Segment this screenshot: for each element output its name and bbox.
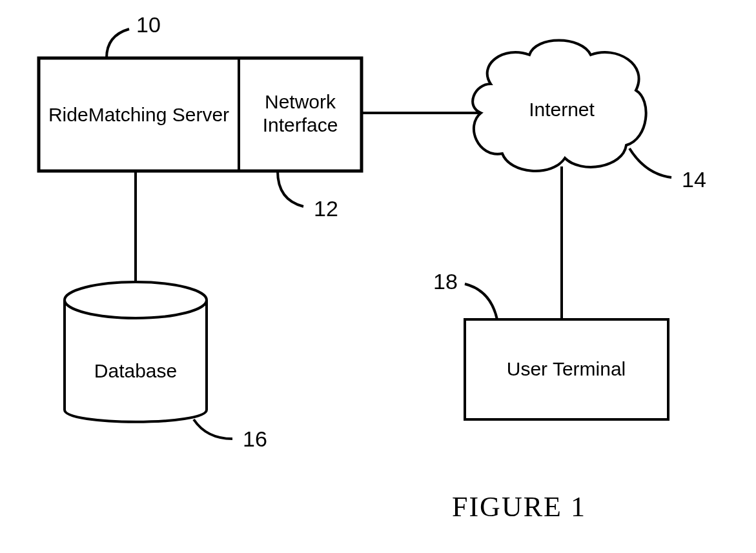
ref-12: 12	[314, 196, 338, 221]
database-label: Database	[94, 360, 177, 381]
terminal-label: User Terminal	[507, 358, 626, 379]
server-label: RideMatching Server	[48, 104, 229, 125]
server-group: RideMatching Server Network Interface	[39, 58, 362, 171]
internet-cloud: Internet	[473, 41, 646, 171]
internet-label: Internet	[529, 99, 595, 120]
ref-18: 18	[433, 269, 458, 294]
leader-10: 10	[107, 12, 161, 58]
netif-label-2: Interface	[263, 114, 338, 136]
figure-caption: FIGURE 1	[452, 491, 586, 523]
ref-10: 10	[136, 12, 161, 37]
leader-12: 12	[278, 171, 338, 221]
netif-label-1: Network	[265, 91, 336, 112]
leader-16: 16	[194, 419, 267, 451]
leader-18: 18	[433, 269, 497, 319]
ref-14: 14	[682, 167, 706, 192]
leader-14: 14	[629, 148, 706, 192]
database-cylinder: Database	[65, 282, 207, 422]
ref-16: 16	[243, 427, 267, 451]
user-terminal-box: User Terminal	[465, 319, 668, 419]
svg-point-2	[65, 282, 207, 318]
